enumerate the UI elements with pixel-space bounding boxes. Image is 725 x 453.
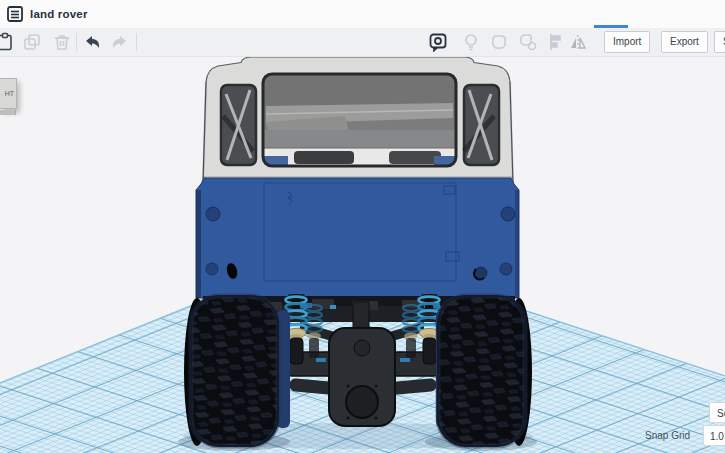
snap-grid-dropdown[interactable]: 1.0 mm	[703, 425, 725, 446]
import-button[interactable]: Import	[604, 31, 650, 53]
side-window-right	[464, 85, 499, 165]
grid-settings-button[interactable]: Set	[709, 402, 725, 423]
ungroup-icon[interactable]	[518, 32, 538, 52]
snap-grid-label: Snap Grid	[645, 430, 690, 441]
view-cube[interactable]: HT	[0, 78, 17, 109]
side-window-left	[221, 85, 256, 165]
align-icon[interactable]	[547, 32, 567, 52]
land-rover-model[interactable]	[184, 57, 532, 446]
tinkercad-logo-icon[interactable]	[7, 6, 23, 22]
document-title[interactable]: land rover	[30, 0, 88, 28]
tire-right[interactable]	[436, 296, 532, 446]
show-all-icon[interactable]	[461, 32, 481, 52]
edit-toolbar: Import Export Send	[0, 28, 725, 57]
toolbar-divider	[76, 33, 77, 51]
duplicate-icon[interactable]	[22, 32, 42, 52]
app-header: land rover	[0, 0, 725, 29]
model-cab[interactable]	[203, 57, 513, 183]
paste-icon[interactable]	[0, 32, 15, 52]
delete-icon[interactable]	[52, 32, 72, 52]
group-icon[interactable]	[489, 32, 509, 52]
view-cube-label: HT	[5, 90, 14, 97]
undo-icon[interactable]	[82, 32, 102, 52]
mirror-icon[interactable]	[568, 32, 588, 52]
redo-icon[interactable]	[110, 32, 130, 52]
3d-viewport[interactable]: HT Set Snap Grid 1.0 mm	[0, 56, 725, 453]
rear-window	[263, 74, 456, 166]
annotation-icon[interactable]	[428, 32, 448, 52]
export-button[interactable]: Export	[661, 31, 708, 53]
send-button[interactable]: Send	[714, 31, 725, 53]
view-cube-bevel	[0, 110, 16, 115]
tinkercad-3d-editor: { "header": { "title": "land rover", "lo…	[0, 0, 725, 453]
toolbar-divider	[136, 33, 137, 51]
3d-scene[interactable]	[0, 56, 725, 453]
tire-left[interactable]	[184, 296, 290, 446]
